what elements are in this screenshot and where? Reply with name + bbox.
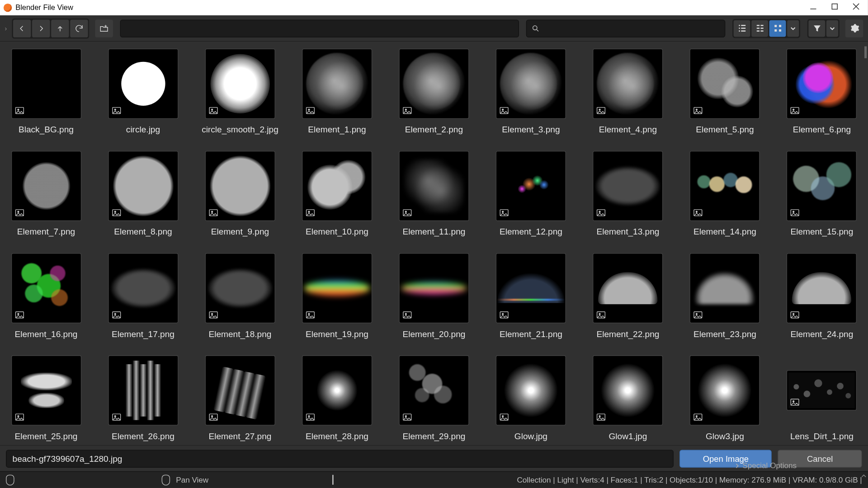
file-name-label: Element_29.png [403, 432, 466, 441]
svg-rect-7 [739, 28, 740, 28]
file-thumbnail [108, 355, 178, 425]
view-list-vertical-button[interactable] [734, 20, 750, 37]
file-name-label: Element_1.png [308, 125, 366, 134]
svg-rect-1 [832, 4, 837, 9]
svg-point-43 [114, 211, 116, 212]
file-item[interactable]: Glow3.jpg [685, 355, 765, 441]
back-button[interactable] [13, 19, 30, 37]
scene-stats: Collection | Light | Verts:4 | Faces:1 |… [517, 475, 862, 484]
image-file-icon [790, 397, 801, 408]
sidebar-toggle-icon[interactable]: › [5, 25, 7, 32]
image-file-icon [111, 105, 122, 116]
chevron-up-icon [861, 473, 867, 479]
image-file-icon [305, 207, 316, 218]
file-item[interactable]: Element_22.png [588, 253, 668, 338]
file-item[interactable]: Element_2.png [394, 49, 474, 134]
file-item[interactable]: Element_8.png [103, 151, 184, 236]
file-item[interactable]: Element_12.png [491, 151, 571, 236]
minimize-button[interactable] [810, 3, 817, 12]
file-item[interactable]: Element_17.png [103, 253, 184, 338]
pan-view-label: Pan View [176, 475, 208, 484]
svg-point-51 [502, 211, 504, 212]
file-item[interactable]: Element_27.png [200, 355, 280, 441]
image-file-icon [499, 207, 509, 218]
mouse-icon [6, 474, 14, 485]
file-thumbnail [593, 49, 663, 119]
image-file-icon [693, 412, 703, 422]
filename-input[interactable]: beach-gf7399607a_1280.jpg [6, 450, 674, 467]
file-item[interactable]: Element_24.png [782, 253, 862, 338]
close-button[interactable] [853, 3, 860, 12]
new-folder-button[interactable] [95, 19, 113, 37]
search-input[interactable] [526, 19, 726, 37]
maximize-button[interactable] [831, 3, 838, 12]
file-name-label: Element_16.png [15, 329, 78, 339]
file-thumbnail [593, 355, 663, 425]
mouse-icon [162, 474, 170, 485]
file-item[interactable]: Element_23.png [685, 253, 765, 338]
file-item[interactable]: Black_BG.png [6, 49, 86, 134]
file-item[interactable]: Element_1.png [297, 49, 377, 134]
file-item[interactable]: Element_19.png [297, 253, 377, 338]
file-item[interactable]: Element_3.png [491, 49, 571, 134]
svg-point-31 [405, 109, 406, 110]
file-item[interactable]: Element_6.png [782, 49, 862, 134]
file-item[interactable]: Element_11.png [394, 151, 474, 236]
file-item[interactable]: Element_5.png [685, 49, 765, 134]
file-item[interactable]: Element_25.png [6, 355, 86, 441]
settings-button[interactable] [845, 19, 863, 37]
file-item[interactable]: Element_26.png [103, 355, 184, 441]
file-thumbnail [690, 49, 760, 119]
file-name-label: Element_12.png [500, 227, 562, 236]
file-item[interactable]: Glow1.jpg [588, 355, 668, 441]
image-file-icon [596, 207, 607, 218]
file-name-label: Element_3.png [502, 125, 560, 134]
file-item[interactable]: Element_15.png [782, 151, 862, 236]
forward-button[interactable] [32, 19, 50, 37]
file-item[interactable]: circle.jpg [103, 49, 184, 134]
file-item[interactable]: Element_29.png [394, 355, 474, 441]
refresh-button[interactable] [70, 19, 88, 37]
file-browser-toolbar: › [0, 15, 868, 42]
file-item[interactable]: Element_28.png [297, 355, 377, 441]
file-thumbnail [593, 253, 663, 323]
file-item[interactable]: Element_7.png [6, 151, 86, 236]
svg-point-75 [793, 313, 794, 314]
parent-dir-button[interactable] [51, 19, 69, 37]
file-item[interactable]: Element_20.png [394, 253, 474, 338]
file-item[interactable]: Glow.jpg [491, 355, 571, 441]
image-file-icon [402, 207, 413, 218]
view-thumbnails-button[interactable] [769, 20, 786, 37]
scrollbar[interactable] [864, 47, 867, 58]
svg-rect-17 [760, 30, 763, 31]
file-item[interactable]: Element_10.png [297, 151, 377, 236]
file-item[interactable]: Lens_Dirt_1.png [782, 355, 862, 441]
filter-dropdown[interactable] [826, 20, 838, 37]
file-item[interactable]: Element_21.png [491, 253, 571, 338]
path-input[interactable] [120, 19, 519, 37]
image-file-icon [596, 412, 607, 422]
mouse-icon [332, 475, 334, 485]
filter-button[interactable] [808, 20, 825, 37]
file-item[interactable]: Element_18.png [200, 253, 280, 338]
file-grid-area[interactable]: Black_BG.pngcircle.jpgcircle_smooth_2.jp… [0, 42, 868, 445]
svg-point-49 [405, 211, 406, 212]
file-item[interactable]: Element_4.png [588, 49, 668, 134]
image-file-icon [693, 310, 703, 320]
view-options-dropdown[interactable] [787, 20, 799, 37]
file-item[interactable]: circle_smooth_2.jpg [200, 49, 280, 134]
view-list-horizontal-button[interactable] [751, 20, 768, 37]
file-item[interactable]: Element_14.png [685, 151, 765, 236]
svg-rect-21 [778, 29, 781, 32]
file-item[interactable]: Element_9.png [200, 151, 280, 236]
blender-logo-icon [4, 3, 12, 11]
svg-point-79 [114, 416, 116, 417]
file-name-label: Element_4.png [599, 125, 657, 134]
file-thumbnail [302, 355, 372, 425]
file-item[interactable]: Element_16.png [6, 253, 86, 338]
file-name-label: Element_21.png [500, 329, 562, 339]
special-options-toggle[interactable]: Special Options [734, 461, 797, 470]
svg-point-83 [308, 416, 310, 417]
svg-line-5 [537, 29, 538, 31]
file-item[interactable]: Element_13.png [588, 151, 668, 236]
